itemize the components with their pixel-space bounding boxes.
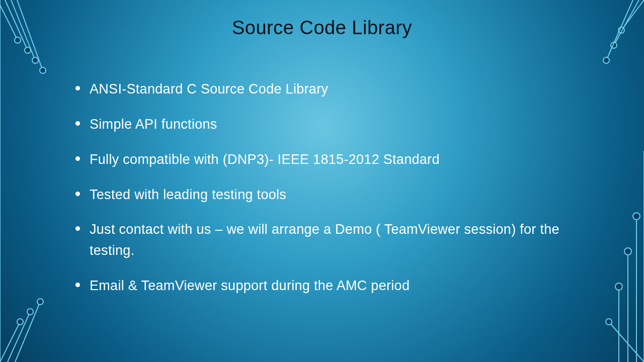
slide-container: Source Code Library ANSI-Standard C Sour… <box>0 0 644 362</box>
list-item: ANSI-Standard C Source Code Library <box>75 79 584 100</box>
list-item: Just contact with us – we will arrange a… <box>75 219 584 261</box>
list-item: Fully compatible with (DNP3)- IEEE 1815-… <box>75 149 584 170</box>
slide-title: Source Code Library <box>60 17 584 39</box>
list-item: Tested with leading testing tools <box>75 185 584 206</box>
bullet-list: ANSI-Standard C Source Code Library Simp… <box>60 79 584 297</box>
list-item: Email & TeamViewer support during the AM… <box>75 276 584 297</box>
list-item: Simple API functions <box>75 114 584 135</box>
